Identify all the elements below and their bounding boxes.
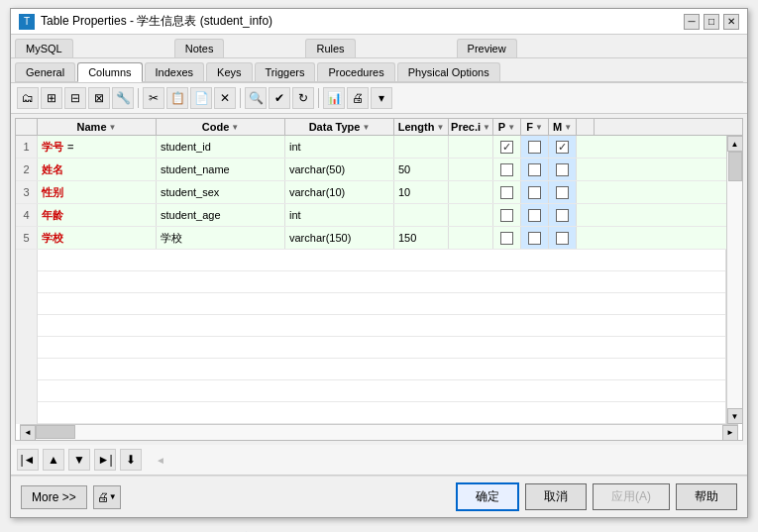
col-header-preci[interactable]: Prec.i ▼	[449, 119, 493, 135]
nav-down-button[interactable]: ▼	[68, 449, 90, 471]
scroll-thumb-h[interactable]	[36, 425, 75, 439]
tool-button[interactable]: 🔧	[112, 87, 134, 109]
tab-mysql[interactable]: MySQL	[15, 39, 73, 57]
close-button[interactable]: ✕	[723, 14, 739, 30]
cell-m-2[interactable]	[549, 159, 577, 180]
tab-preview[interactable]: Preview	[457, 39, 517, 57]
nav-first-button[interactable]: |◄	[17, 449, 39, 471]
tab-keys[interactable]: Keys	[206, 62, 252, 81]
grid-button[interactable]: ⊟	[64, 87, 86, 109]
check-button[interactable]: ✔	[269, 87, 290, 109]
cell-p-1[interactable]	[493, 136, 521, 158]
sort-icon-length[interactable]: ▼	[436, 123, 444, 132]
checkbox-m-3[interactable]	[556, 186, 569, 199]
checkbox-m-4[interactable]	[556, 209, 569, 222]
scroll-right-button[interactable]: ►	[722, 425, 738, 441]
cell-preci-4[interactable]	[449, 204, 493, 226]
checkbox-p-4[interactable]	[500, 209, 513, 222]
col-header-datatype[interactable]: Data Type ▼	[285, 119, 394, 135]
scroll-track-v[interactable]	[727, 152, 742, 408]
checkbox-p-3[interactable]	[500, 186, 513, 199]
maximize-button[interactable]: □	[704, 14, 719, 30]
print-button[interactable]: 🖨 ▼	[93, 485, 121, 509]
settings-button[interactable]: ▾	[371, 87, 392, 109]
checkbox-p-1[interactable]	[500, 141, 513, 154]
checkbox-p-2[interactable]	[500, 163, 513, 176]
cell-f-2[interactable]	[521, 159, 549, 180]
sort-icon-code[interactable]: ▼	[231, 123, 239, 132]
cell-datatype-2[interactable]: varchar(50)	[285, 159, 394, 180]
confirm-button[interactable]: 确定	[456, 482, 519, 511]
tab-notes[interactable]: Notes	[174, 39, 225, 57]
open-button[interactable]: 🗂	[17, 87, 39, 109]
cell-length-3[interactable]: 10	[394, 181, 449, 203]
cell-p-5[interactable]	[493, 227, 521, 249]
cell-name-2[interactable]: 姓名	[38, 159, 157, 180]
tab-triggers[interactable]: Triggers	[255, 62, 316, 81]
help-button[interactable]: 帮助	[676, 483, 737, 510]
cell-name-1[interactable]: 学号 =	[38, 136, 157, 158]
sort-icon-f[interactable]: ▼	[535, 123, 543, 132]
apply-button[interactable]: 应用(A)	[593, 483, 670, 510]
scroll-up-button[interactable]: ▲	[727, 136, 743, 152]
tab-procedures[interactable]: Procedures	[317, 62, 394, 81]
checkbox-m-5[interactable]	[556, 232, 569, 245]
checkbox-f-2[interactable]	[528, 163, 541, 176]
sort-icon-name[interactable]: ▼	[109, 123, 117, 132]
cell-m-5[interactable]	[549, 227, 577, 249]
cancel-button[interactable]: 取消	[525, 483, 587, 510]
vertical-scrollbar[interactable]: ▲ ▼	[726, 136, 742, 424]
scroll-left-button[interactable]: ◄	[20, 425, 36, 441]
cell-preci-5[interactable]	[449, 227, 493, 249]
col-header-f[interactable]: F ▼	[521, 119, 549, 135]
checkbox-m-2[interactable]	[556, 163, 569, 176]
print-toolbar-button[interactable]: 🖨	[347, 87, 369, 109]
cell-code-4[interactable]: student_age	[157, 204, 285, 226]
paste-button[interactable]: 📄	[190, 87, 212, 109]
cell-datatype-1[interactable]: int	[285, 136, 394, 158]
checkbox-m-1[interactable]	[556, 141, 569, 154]
export-button[interactable]: 📊	[323, 87, 345, 109]
sort-icon-preci[interactable]: ▼	[483, 123, 490, 132]
sort-icon-m[interactable]: ▼	[564, 123, 572, 132]
cell-code-1[interactable]: student_id	[157, 136, 285, 158]
cell-f-1[interactable]	[521, 136, 549, 158]
col-header-length[interactable]: Length ▼	[394, 119, 449, 135]
grid2-button[interactable]: ⊠	[88, 87, 110, 109]
cell-f-4[interactable]	[521, 204, 549, 226]
cell-datatype-3[interactable]: varchar(10)	[285, 181, 394, 203]
cell-m-1[interactable]	[549, 136, 577, 158]
horizontal-scrollbar[interactable]: ◄ ►	[20, 424, 738, 440]
copy-button[interactable]: 📋	[166, 87, 188, 109]
cell-f-3[interactable]	[521, 181, 549, 203]
cell-p-3[interactable]	[493, 181, 521, 203]
cell-length-5[interactable]: 150	[394, 227, 449, 249]
nav-last-button[interactable]: ►|	[94, 449, 116, 471]
find-button[interactable]: 🔍	[245, 87, 267, 109]
delete-button[interactable]: ✕	[214, 87, 236, 109]
tab-general[interactable]: General	[15, 62, 75, 81]
sort-icon-p[interactable]: ▼	[507, 123, 515, 132]
cell-code-3[interactable]: student_sex	[157, 181, 285, 203]
checkbox-f-3[interactable]	[528, 186, 541, 199]
col-header-m[interactable]: M ▼	[549, 119, 577, 135]
cell-datatype-4[interactable]: int	[285, 204, 394, 226]
scroll-down-button[interactable]: ▼	[727, 408, 743, 424]
nav-up-button[interactable]: ▲	[43, 449, 64, 471]
cell-m-4[interactable]	[549, 204, 577, 226]
sort-icon-datatype[interactable]: ▼	[362, 123, 370, 132]
more-button[interactable]: More >>	[21, 485, 87, 509]
col-header-p[interactable]: P ▼	[493, 119, 521, 135]
cell-length-2[interactable]: 50	[394, 159, 449, 180]
cut-button[interactable]: ✂	[143, 87, 164, 109]
tab-rules[interactable]: Rules	[305, 39, 355, 57]
table-button[interactable]: ⊞	[41, 87, 62, 109]
cell-f-5[interactable]	[521, 227, 549, 249]
cell-p-2[interactable]	[493, 159, 521, 180]
cell-datatype-5[interactable]: varchar(150)	[285, 227, 394, 249]
cell-length-1[interactable]	[394, 136, 449, 158]
col-header-name[interactable]: Name ▼	[38, 119, 157, 135]
cell-length-4[interactable]	[394, 204, 449, 226]
cell-preci-2[interactable]	[449, 159, 493, 180]
checkbox-p-5[interactable]	[500, 232, 513, 245]
